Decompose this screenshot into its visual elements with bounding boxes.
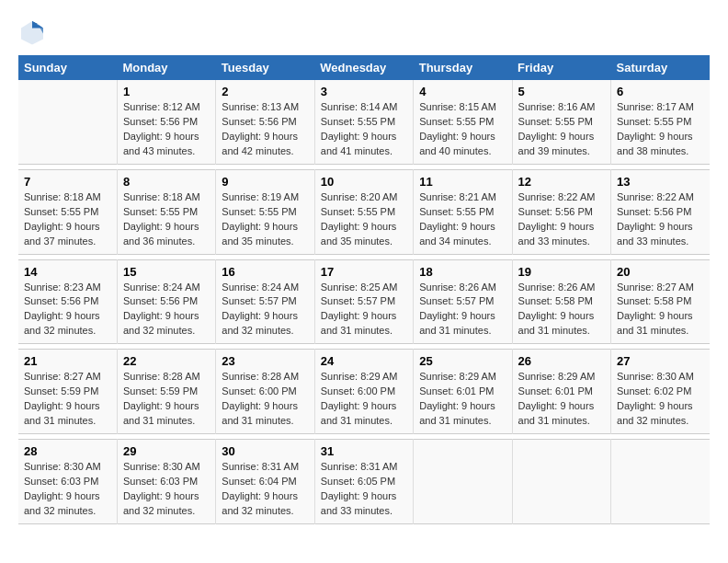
- day-number: 11: [419, 175, 506, 189]
- calendar-cell: 15Sunrise: 8:24 AM Sunset: 5:56 PM Dayli…: [117, 259, 215, 344]
- day-number: 8: [123, 175, 210, 189]
- day-number: 16: [222, 265, 308, 279]
- weekday-header-monday: Monday: [117, 55, 215, 80]
- calendar-cell: 18Sunrise: 8:26 AM Sunset: 5:57 PM Dayli…: [414, 259, 512, 344]
- calendar-cell: 29Sunrise: 8:30 AM Sunset: 6:03 PM Dayli…: [117, 440, 215, 524]
- calendar-cell: 25Sunrise: 8:29 AM Sunset: 6:01 PM Dayli…: [414, 350, 512, 434]
- day-info: Sunrise: 8:28 AM Sunset: 6:00 PM Dayligh…: [222, 370, 308, 429]
- day-info: Sunrise: 8:16 AM Sunset: 5:55 PM Dayligh…: [518, 100, 605, 159]
- day-info: Sunrise: 8:22 AM Sunset: 5:56 PM Dayligh…: [617, 190, 704, 249]
- calendar-cell: 8Sunrise: 8:18 AM Sunset: 5:55 PM Daylig…: [117, 169, 215, 254]
- day-info: Sunrise: 8:24 AM Sunset: 5:57 PM Dayligh…: [222, 281, 308, 339]
- day-number: 29: [123, 444, 210, 458]
- calendar-week-row: 28Sunrise: 8:30 AM Sunset: 6:03 PM Dayli…: [18, 440, 710, 524]
- calendar-cell: 17Sunrise: 8:25 AM Sunset: 5:57 PM Dayli…: [314, 259, 413, 344]
- day-number: 28: [24, 444, 111, 458]
- calendar-cell: [611, 440, 710, 524]
- day-number: 7: [24, 175, 111, 189]
- day-number: 20: [617, 265, 704, 279]
- calendar-cell: [512, 440, 610, 524]
- day-info: Sunrise: 8:30 AM Sunset: 6:03 PM Dayligh…: [24, 460, 111, 519]
- weekday-header-row: SundayMondayTuesdayWednesdayThursdayFrid…: [18, 55, 710, 80]
- calendar-cell: 1Sunrise: 8:12 AM Sunset: 5:56 PM Daylig…: [117, 80, 215, 164]
- day-number: 2: [222, 85, 308, 98]
- day-info: Sunrise: 8:25 AM Sunset: 5:57 PM Dayligh…: [321, 281, 407, 339]
- logo-icon: [18, 18, 46, 46]
- calendar-cell: 3Sunrise: 8:14 AM Sunset: 5:55 PM Daylig…: [314, 80, 413, 164]
- day-number: 15: [123, 265, 210, 279]
- calendar-cell: 5Sunrise: 8:16 AM Sunset: 5:55 PM Daylig…: [512, 80, 610, 164]
- day-info: Sunrise: 8:21 AM Sunset: 5:55 PM Dayligh…: [419, 190, 506, 249]
- calendar-cell: 4Sunrise: 8:15 AM Sunset: 5:55 PM Daylig…: [414, 80, 512, 164]
- day-number: 23: [222, 354, 308, 368]
- calendar-cell: 7Sunrise: 8:18 AM Sunset: 5:55 PM Daylig…: [18, 169, 117, 254]
- day-number: 3: [321, 85, 407, 98]
- calendar-cell: 22Sunrise: 8:28 AM Sunset: 5:59 PM Dayli…: [117, 350, 215, 434]
- day-number: 18: [419, 265, 506, 279]
- day-number: 25: [419, 354, 506, 368]
- calendar-cell: [414, 440, 512, 524]
- day-number: 27: [617, 354, 704, 368]
- weekday-header-saturday: Saturday: [611, 55, 710, 80]
- calendar-cell: 30Sunrise: 8:31 AM Sunset: 6:04 PM Dayli…: [216, 440, 314, 524]
- calendar-cell: [18, 80, 117, 164]
- calendar-table: SundayMondayTuesdayWednesdayThursdayFrid…: [18, 55, 710, 524]
- weekday-header-friday: Friday: [512, 55, 610, 80]
- calendar-cell: 27Sunrise: 8:30 AM Sunset: 6:02 PM Dayli…: [611, 350, 710, 434]
- calendar-week-row: 7Sunrise: 8:18 AM Sunset: 5:55 PM Daylig…: [18, 169, 710, 254]
- calendar-cell: 16Sunrise: 8:24 AM Sunset: 5:57 PM Dayli…: [216, 259, 314, 344]
- day-number: 1: [123, 85, 210, 98]
- page-header: [18, 18, 710, 46]
- weekday-header-sunday: Sunday: [18, 55, 117, 80]
- day-number: 13: [617, 175, 704, 189]
- day-info: Sunrise: 8:12 AM Sunset: 5:56 PM Dayligh…: [123, 100, 210, 159]
- day-info: Sunrise: 8:28 AM Sunset: 5:59 PM Dayligh…: [123, 370, 210, 429]
- calendar-week-row: 21Sunrise: 8:27 AM Sunset: 5:59 PM Dayli…: [18, 350, 710, 434]
- calendar-cell: 10Sunrise: 8:20 AM Sunset: 5:55 PM Dayli…: [314, 169, 413, 254]
- day-info: Sunrise: 8:19 AM Sunset: 5:55 PM Dayligh…: [222, 190, 308, 249]
- day-info: Sunrise: 8:14 AM Sunset: 5:55 PM Dayligh…: [321, 100, 407, 159]
- day-number: 4: [419, 85, 506, 98]
- weekday-header-thursday: Thursday: [414, 55, 512, 80]
- day-number: 31: [321, 444, 407, 458]
- day-info: Sunrise: 8:22 AM Sunset: 5:56 PM Dayligh…: [518, 190, 605, 249]
- day-number: 12: [518, 175, 605, 189]
- logo: [18, 18, 50, 46]
- calendar-week-row: 1Sunrise: 8:12 AM Sunset: 5:56 PM Daylig…: [18, 80, 710, 164]
- day-number: 6: [617, 85, 704, 98]
- day-number: 10: [321, 175, 407, 189]
- day-info: Sunrise: 8:15 AM Sunset: 5:55 PM Dayligh…: [419, 100, 506, 159]
- day-info: Sunrise: 8:30 AM Sunset: 6:02 PM Dayligh…: [617, 370, 704, 429]
- calendar-cell: 28Sunrise: 8:30 AM Sunset: 6:03 PM Dayli…: [18, 440, 117, 524]
- day-number: 30: [222, 444, 308, 458]
- day-number: 21: [24, 354, 111, 368]
- day-info: Sunrise: 8:13 AM Sunset: 5:56 PM Dayligh…: [222, 100, 308, 159]
- calendar-cell: 20Sunrise: 8:27 AM Sunset: 5:58 PM Dayli…: [611, 259, 710, 344]
- day-info: Sunrise: 8:20 AM Sunset: 5:55 PM Dayligh…: [321, 190, 407, 249]
- day-number: 9: [222, 175, 308, 189]
- day-number: 22: [123, 354, 210, 368]
- day-info: Sunrise: 8:18 AM Sunset: 5:55 PM Dayligh…: [123, 190, 210, 249]
- calendar-week-row: 14Sunrise: 8:23 AM Sunset: 5:56 PM Dayli…: [18, 259, 710, 344]
- day-info: Sunrise: 8:23 AM Sunset: 5:56 PM Dayligh…: [24, 281, 111, 339]
- calendar-cell: 6Sunrise: 8:17 AM Sunset: 5:55 PM Daylig…: [611, 80, 710, 164]
- calendar-cell: 11Sunrise: 8:21 AM Sunset: 5:55 PM Dayli…: [414, 169, 512, 254]
- day-info: Sunrise: 8:27 AM Sunset: 5:58 PM Dayligh…: [617, 281, 704, 339]
- day-number: 5: [518, 85, 605, 98]
- calendar-cell: 19Sunrise: 8:26 AM Sunset: 5:58 PM Dayli…: [512, 259, 610, 344]
- calendar-cell: 13Sunrise: 8:22 AM Sunset: 5:56 PM Dayli…: [611, 169, 710, 254]
- day-info: Sunrise: 8:18 AM Sunset: 5:55 PM Dayligh…: [24, 190, 111, 249]
- calendar-cell: 23Sunrise: 8:28 AM Sunset: 6:00 PM Dayli…: [216, 350, 314, 434]
- day-number: 26: [518, 354, 605, 368]
- weekday-header-tuesday: Tuesday: [216, 55, 314, 80]
- weekday-header-wednesday: Wednesday: [314, 55, 413, 80]
- calendar-cell: 24Sunrise: 8:29 AM Sunset: 6:00 PM Dayli…: [314, 350, 413, 434]
- calendar-cell: 2Sunrise: 8:13 AM Sunset: 5:56 PM Daylig…: [216, 80, 314, 164]
- day-info: Sunrise: 8:17 AM Sunset: 5:55 PM Dayligh…: [617, 100, 704, 159]
- day-number: 14: [24, 265, 111, 279]
- day-info: Sunrise: 8:30 AM Sunset: 6:03 PM Dayligh…: [123, 460, 210, 519]
- day-info: Sunrise: 8:31 AM Sunset: 6:04 PM Dayligh…: [222, 460, 308, 519]
- day-info: Sunrise: 8:26 AM Sunset: 5:57 PM Dayligh…: [419, 281, 506, 339]
- calendar-cell: 9Sunrise: 8:19 AM Sunset: 5:55 PM Daylig…: [216, 169, 314, 254]
- day-info: Sunrise: 8:26 AM Sunset: 5:58 PM Dayligh…: [518, 281, 605, 339]
